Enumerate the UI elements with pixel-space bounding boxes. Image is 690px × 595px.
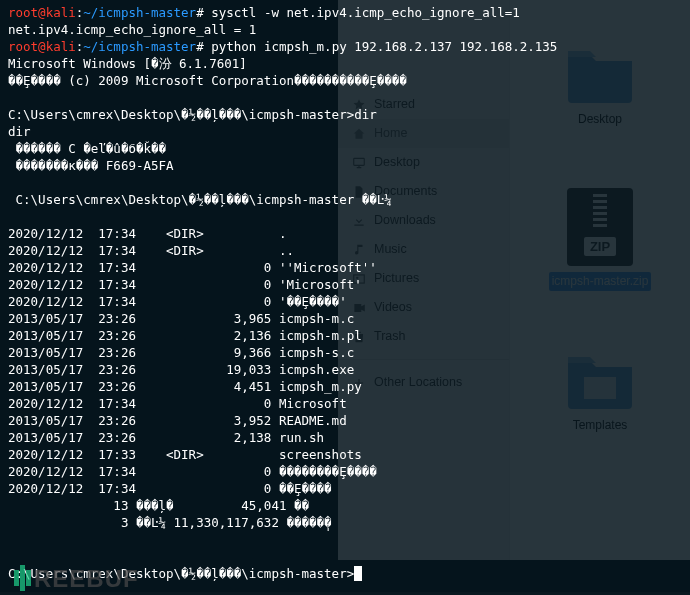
cursor — [354, 566, 362, 581]
prompt-userhost: root@kali — [8, 5, 76, 20]
watermark: REEBUF — [14, 565, 139, 591]
win-version: Microsoft Windows [�汾 6.1.7601] — [8, 56, 247, 71]
dir-listing: 2020/12/12 17:34 <DIR> . 2020/12/12 17:3… — [8, 225, 682, 531]
terminal[interactable]: root@kali:~/icmpsh-master# sysctl -w net… — [0, 0, 690, 592]
win-copyright: ��Ȩ���� (c) 2009 Microsoft Corporation��… — [8, 73, 407, 88]
dir-vol2: �������к��� F669-A5FA — [8, 158, 174, 173]
cmd-dir-echo: dir — [8, 124, 31, 139]
cmd-python: python icmpsh_m.py 192.168.2.137 192.168… — [211, 39, 557, 54]
prompt-path: ~/icmpsh-master — [83, 5, 196, 20]
out-sysctl: net.ipv4.icmp_echo_ignore_all = 1 — [8, 22, 256, 37]
prompt-path: ~/icmpsh-master — [83, 39, 196, 54]
dir-vol1: ������ C �еľ�û�б�ǩ�� — [8, 141, 166, 156]
prompt-hash: # — [196, 5, 211, 20]
prompt-userhost: root@kali — [8, 39, 76, 54]
cwd-prompt: C:\Users\cmrex\Desktop\�½��ļ���\icmpsh-m… — [8, 107, 354, 122]
cmd-dir: dir — [354, 107, 377, 122]
watermark-text: REEBUF — [34, 570, 139, 587]
cmd-sysctl: sysctl -w net.ipv4.icmp_echo_ignore_all=… — [211, 5, 520, 20]
prompt-hash: # — [196, 39, 211, 54]
dir-of: C:\Users\cmrex\Desktop\�½��ļ���\icmpsh-m… — [8, 192, 392, 207]
